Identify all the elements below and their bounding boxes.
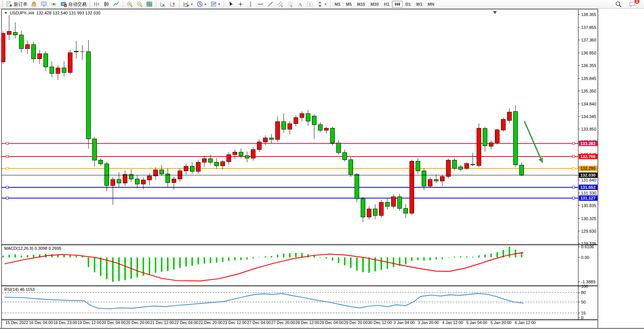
notifications-button[interactable]: 1 [627,0,637,8]
candle-down [32,45,36,59]
candle-up [172,179,176,182]
candle-down [87,52,91,139]
chevron-down-icon[interactable]: ▼ [204,3,207,6]
text-button[interactable]: A [295,0,305,8]
candle-up [446,160,451,177]
templates-button[interactable]: ▼ [209,0,222,8]
vps-button[interactable] [39,0,49,8]
candle-up [324,128,329,130]
auto-scroll-button[interactable] [158,0,168,8]
timeframe-button-m15[interactable]: M15 [354,1,368,8]
candle-down [282,122,286,129]
price-badge-text: 132.766 [580,154,596,159]
line-handle[interactable] [572,142,575,145]
price-tick-label: 137.855 [581,25,596,30]
candle-down [398,197,402,209]
chevron-down-icon[interactable]: ▼ [190,3,193,6]
candle-up [263,138,268,142]
line-handle[interactable] [572,186,575,188]
price-badge-132.766: 132.766 [579,154,597,159]
crosshair-button[interactable] [236,0,246,8]
price-chart[interactable]: 138.365137.855137.360136.850136.355135.8… [2,9,598,328]
cursor-button[interactable] [226,0,236,8]
timeframe-button-h1[interactable]: H1 [381,1,392,8]
candle-down [270,138,274,139]
chart-shift-button[interactable] [168,0,178,8]
timeframe-button-m30[interactable]: M30 [368,1,381,8]
time-axis-label: 15 Dec 2022 [5,320,28,325]
line-handle[interactable] [6,197,8,199]
price-tick-label: 131.330 [581,191,596,195]
candle-up [233,152,237,155]
macd-tick-label: 0.00 [581,255,589,260]
line-handle[interactable] [572,155,575,158]
timeframe-button-m5[interactable]: M5 [343,1,354,8]
price-tick-label: 130.325 [581,216,596,221]
timeframe-button-m1[interactable]: M1 [332,1,343,8]
periods-button[interactable]: ▼ [195,0,209,8]
market-button[interactable] [29,0,39,8]
time-axis-label: 5 Jan 04:00 [466,320,487,325]
zoom-out-icon [136,1,143,8]
chart-window[interactable]: 138.365137.855137.360136.850136.355135.8… [1,9,598,329]
trend-arrow-annotation[interactable] [524,121,543,163]
candle-down [337,143,341,152]
autotrading-button[interactable]: 自动交易 [59,0,88,8]
candle-up [7,31,11,34]
equidistant-channel-button[interactable]: E [275,0,285,8]
vertical-line-button[interactable] [246,0,255,8]
crosshair-icon [237,1,244,8]
indicators-button[interactable]: ▼ [181,0,195,8]
horizontal-line-button[interactable] [255,0,265,8]
line-handle[interactable] [572,167,575,169]
time-axis-label: 27 Dec 20:00 [271,320,295,325]
zoom-in-button[interactable] [125,0,135,8]
svg-text:T: T [309,3,311,6]
chart-shift-marker-icon[interactable] [493,11,497,14]
search-button[interactable] [613,0,623,8]
line-handle[interactable] [6,186,8,188]
candle-down [483,128,487,145]
line-handle[interactable] [6,155,8,158]
signals-button[interactable] [49,0,59,8]
line-handle[interactable] [6,142,8,145]
line-handle[interactable] [572,197,575,199]
candle-up [300,113,304,118]
candle-down [19,35,24,49]
line-chart-button[interactable] [111,0,121,8]
arrows-button[interactable]: ▼ [315,0,329,8]
price-tick-label: 131.840 [581,178,596,182]
time-axis-label: 23 Dec 12:00 [223,320,247,325]
fibonacci-button[interactable]: F [285,0,295,8]
timeframe-button-mn[interactable]: MN [425,1,437,8]
line-handle[interactable] [6,167,8,169]
time-axis[interactable]: 15 Dec 202216 Dec 04:0018 Dec 23:0019 De… [5,320,536,325]
candle-up [56,68,60,73]
candle-down [93,139,97,160]
candlestick-chart-button[interactable] [101,0,111,8]
bar-chart-icon [93,1,100,8]
candle-up [2,34,5,62]
candle-up [123,174,127,183]
timeframe-button-h4[interactable]: H4 [392,1,403,8]
price-tick-label: 138.365 [581,12,596,17]
time-axis-label: 21 Dec 12:00 [150,320,174,325]
one-click-trading-toggle-icon[interactable]: ▼ [4,11,8,15]
new-order-button[interactable]: 新订单 [4,0,29,8]
periods-icon [196,1,203,8]
chevron-down-icon[interactable]: ▼ [324,3,327,6]
candle-down [209,159,213,162]
trendline-button[interactable] [265,0,275,8]
tile-windows-button[interactable] [145,0,154,8]
bar-chart-button[interactable] [92,0,101,8]
svg-text:A: A [298,2,302,7]
candle-up [276,122,280,140]
timeframe-button-d1[interactable]: D1 [403,1,413,8]
zoom-out-button[interactable] [135,0,145,8]
text-label-button[interactable]: T [305,0,315,8]
rsi-tick-label: 15 [581,311,586,315]
price-badge-text: 132.030 [580,173,596,177]
chevron-down-icon[interactable]: ▼ [218,3,221,6]
price-badge-133.282: 133.282 [579,141,597,146]
timeframe-button-w1[interactable]: W1 [413,1,425,8]
